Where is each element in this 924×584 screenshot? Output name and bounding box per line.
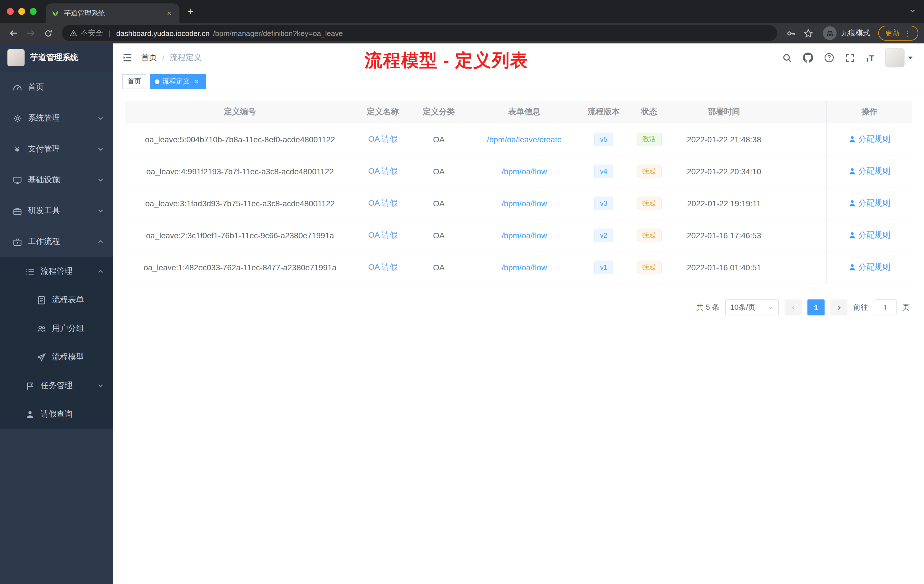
definition-name-link[interactable]: OA 请假 xyxy=(368,198,398,208)
form-link[interactable]: /bpm/oa/flow xyxy=(502,167,547,176)
breadcrumb: 首页 / 流程定义 xyxy=(141,53,202,63)
table-row: oa_leave:5:004b710b-7b8a-11ec-8ef0-acde4… xyxy=(125,124,912,155)
pagination-total: 共 5 条 xyxy=(696,302,719,313)
chevron-down-icon xyxy=(97,146,104,153)
dashboard-icon xyxy=(13,83,22,92)
minimize-window-button[interactable] xyxy=(18,8,25,15)
forward-icon[interactable] xyxy=(23,25,39,41)
page-size-select[interactable]: 10条/页 xyxy=(725,299,779,315)
chevron-down-icon xyxy=(97,177,104,183)
assign-rule-link[interactable]: 分配规则 xyxy=(848,198,890,208)
app-title: 芋道管理系统 xyxy=(30,53,78,63)
sidebar-item-task-mgmt[interactable]: 任务管理 xyxy=(0,371,113,400)
assign-rule-link[interactable]: 分配规则 xyxy=(848,134,890,144)
version-tag: v3 xyxy=(594,196,613,210)
chrome-update-button[interactable]: 更新 ⋮ xyxy=(878,26,918,41)
definition-category: OA xyxy=(411,124,467,155)
assign-rule-link[interactable]: 分配规则 xyxy=(848,166,890,176)
person-icon xyxy=(25,410,34,419)
col-header-status: 状态 xyxy=(626,101,673,123)
sidebar-item-user-group[interactable]: 用户分组 xyxy=(0,314,113,343)
definition-name-link[interactable]: OA 请假 xyxy=(368,230,398,240)
browser-menu-dots-icon[interactable]: ⋮ xyxy=(904,29,911,38)
address-bar[interactable]: 不安全 | dashboard.yudao.iocoder.cn/bpm/man… xyxy=(62,25,777,41)
tab-strip: 芋道管理系统 × + xyxy=(0,0,924,23)
sidebar-item-home[interactable]: 首页 xyxy=(0,72,113,103)
incognito-icon xyxy=(823,26,837,40)
prev-page-button[interactable] xyxy=(785,299,802,315)
not-secure-warning-icon xyxy=(70,30,77,36)
user-avatar-menu[interactable] xyxy=(885,48,912,68)
content-area: 定义编号 定义名称 定义分类 表单信息 流程版本 状态 部署时间 操作 oa_l… xyxy=(113,91,924,584)
definition-name-link[interactable]: OA 请假 xyxy=(368,166,398,176)
deploy-time: 2022-01-16 17:46:53 xyxy=(673,219,776,251)
tag-process-definition[interactable]: 流程定义 × xyxy=(150,74,206,89)
tab-close-icon[interactable]: × xyxy=(165,8,174,18)
sidebar-item-infra[interactable]: 基础设施 xyxy=(0,165,113,195)
caret-down-icon xyxy=(908,56,912,59)
zoom-window-button[interactable] xyxy=(30,8,36,15)
definition-name-link[interactable]: OA 请假 xyxy=(368,262,398,272)
send-icon xyxy=(36,353,46,361)
incognito-indicator: 无痕模式 xyxy=(823,26,870,40)
page-number-button[interactable]: 1 xyxy=(807,299,825,315)
back-icon[interactable] xyxy=(6,25,22,41)
col-header-name: 定义名称 xyxy=(355,101,411,123)
sidebar-item-leave-query[interactable]: 请假查询 xyxy=(0,400,113,429)
help-icon[interactable] xyxy=(824,53,834,63)
assign-rule-link[interactable]: 分配规则 xyxy=(848,230,890,240)
bookmark-star-icon[interactable] xyxy=(800,25,816,41)
sidebar-item-payment[interactable]: ¥ 支付管理 xyxy=(0,134,113,165)
yen-icon: ¥ xyxy=(13,145,22,154)
app-logo: 芋道管理系统 xyxy=(0,43,113,72)
form-link[interactable]: /bpm/oa/flow xyxy=(502,231,547,240)
form-link[interactable]: /bpm/oa/flow xyxy=(502,199,547,208)
security-label: 不安全 xyxy=(81,28,103,38)
sidebar-item-process-mgmt[interactable]: 流程管理 xyxy=(0,257,113,286)
tag-close-icon[interactable]: × xyxy=(193,78,201,86)
definition-id: oa_leave:2:3c1f0ef1-76b1-11ec-9c66-a2380… xyxy=(125,219,355,251)
github-icon[interactable] xyxy=(803,53,813,63)
col-header-deploy-time: 部署时间 xyxy=(673,101,776,123)
new-tab-button[interactable]: + xyxy=(182,3,199,20)
definition-name-link[interactable]: OA 请假 xyxy=(368,134,398,144)
status-tag: 挂起 xyxy=(637,228,662,242)
next-page-button[interactable] xyxy=(830,299,847,315)
goto-page-input[interactable] xyxy=(874,299,897,315)
window-controls xyxy=(0,8,46,15)
col-header-category: 定义分类 xyxy=(411,101,467,123)
tag-home[interactable]: 首页 xyxy=(122,74,146,89)
hamburger-icon[interactable] xyxy=(122,53,132,63)
sidebar-item-process-form[interactable]: 流程表单 xyxy=(0,286,113,314)
assign-rule-link[interactable]: 分配规则 xyxy=(848,262,890,272)
table-header-row: 定义编号 定义名称 定义分类 表单信息 流程版本 状态 部署时间 操作 xyxy=(125,101,912,124)
fullscreen-icon[interactable] xyxy=(845,53,855,63)
sidebar-item-devtools[interactable]: 研发工具 xyxy=(0,195,113,226)
sidebar-item-system[interactable]: 系统管理 xyxy=(0,103,113,134)
chevron-down-icon xyxy=(97,208,104,214)
version-tag: v2 xyxy=(594,228,613,242)
browser-tab[interactable]: 芋道管理系统 × xyxy=(46,3,180,23)
search-icon[interactable] xyxy=(782,53,792,63)
incognito-label: 无痕模式 xyxy=(841,28,870,38)
password-key-icon[interactable] xyxy=(783,25,799,41)
tab-search-chevron-icon[interactable] xyxy=(909,7,916,14)
sidebar-item-workflow[interactable]: 工作流程 xyxy=(0,226,113,257)
font-size-icon[interactable]: TT xyxy=(865,53,874,63)
sidebar-item-process-model[interactable]: 流程模型 xyxy=(0,343,113,371)
browser-toolbar: 不安全 | dashboard.yudao.iocoder.cn/bpm/man… xyxy=(0,23,924,43)
version-tag: v4 xyxy=(594,164,613,178)
reload-icon[interactable] xyxy=(40,25,56,41)
form-link[interactable]: /bpm/oa/flow xyxy=(502,262,547,272)
status-tag: 挂起 xyxy=(637,164,662,178)
breadcrumb-home-link[interactable]: 首页 xyxy=(141,53,157,63)
goto-label: 前往 xyxy=(853,302,868,313)
update-label: 更新 xyxy=(885,28,900,38)
flag-icon xyxy=(25,381,34,390)
definition-id: oa_leave:3:1fad3d93-7b75-11ec-a3c8-acde4… xyxy=(125,187,355,219)
version-tag: v1 xyxy=(594,260,613,274)
form-link[interactable]: /bpm/oa/leave/create xyxy=(487,135,562,144)
status-tag: 挂起 xyxy=(637,196,662,210)
close-window-button[interactable] xyxy=(7,8,14,15)
col-header-id: 定义编号 xyxy=(125,101,355,123)
